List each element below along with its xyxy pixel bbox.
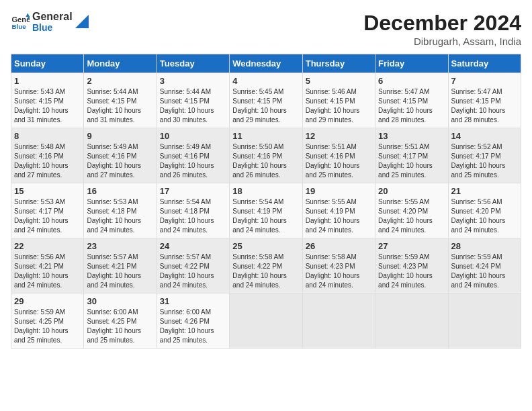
calendar-cell: 19Sunrise: 5:55 AM Sunset: 4:19 PM Dayli… <box>302 183 375 238</box>
col-saturday: Saturday <box>448 54 521 73</box>
calendar-cell: 28Sunrise: 5:59 AM Sunset: 4:24 PM Dayli… <box>448 238 521 293</box>
calendar-cell: 11Sunrise: 5:50 AM Sunset: 4:16 PM Dayli… <box>230 128 302 183</box>
day-info: Sunrise: 5:53 AM Sunset: 4:17 PM Dayligh… <box>14 197 81 235</box>
day-number: 25 <box>232 241 299 251</box>
day-info: Sunrise: 5:53 AM Sunset: 4:18 PM Dayligh… <box>87 197 153 235</box>
col-wednesday: Wednesday <box>230 54 302 73</box>
day-info: Sunrise: 5:57 AM Sunset: 4:22 PM Dayligh… <box>160 253 226 290</box>
calendar-cell: 1Sunrise: 5:43 AM Sunset: 4:15 PM Daylig… <box>11 73 84 128</box>
col-monday: Monday <box>84 54 157 73</box>
day-info: Sunrise: 5:59 AM Sunset: 4:24 PM Dayligh… <box>451 253 518 290</box>
day-number: 8 <box>14 131 81 141</box>
day-info: Sunrise: 5:47 AM Sunset: 4:15 PM Dayligh… <box>378 87 445 125</box>
day-info: Sunrise: 5:54 AM Sunset: 4:18 PM Dayligh… <box>160 197 226 235</box>
day-info: Sunrise: 5:56 AM Sunset: 4:20 PM Dayligh… <box>451 197 518 235</box>
calendar-cell: 20Sunrise: 5:55 AM Sunset: 4:20 PM Dayli… <box>375 183 448 238</box>
day-number: 7 <box>451 76 518 86</box>
col-tuesday: Tuesday <box>157 54 229 73</box>
day-number: 3 <box>160 76 226 86</box>
day-info: Sunrise: 5:48 AM Sunset: 4:16 PM Dayligh… <box>14 142 81 180</box>
svg-marker-4 <box>75 15 89 28</box>
calendar-cell: 2Sunrise: 5:44 AM Sunset: 4:15 PM Daylig… <box>84 73 157 128</box>
calendar: Sunday Monday Tuesday Wednesday Thursday… <box>11 54 521 349</box>
calendar-cell: 6Sunrise: 5:47 AM Sunset: 4:15 PM Daylig… <box>375 73 448 128</box>
calendar-cell: 27Sunrise: 5:59 AM Sunset: 4:23 PM Dayli… <box>375 238 448 293</box>
day-info: Sunrise: 5:50 AM Sunset: 4:16 PM Dayligh… <box>232 142 299 180</box>
calendar-week-row: 8Sunrise: 5:48 AM Sunset: 4:16 PM Daylig… <box>11 128 521 183</box>
logo-arrow-icon <box>75 15 89 28</box>
day-number: 5 <box>306 76 372 86</box>
day-number: 24 <box>160 241 226 251</box>
calendar-cell: 17Sunrise: 5:54 AM Sunset: 4:18 PM Dayli… <box>157 183 229 238</box>
day-info: Sunrise: 5:55 AM Sunset: 4:20 PM Dayligh… <box>378 197 445 235</box>
day-info: Sunrise: 5:58 AM Sunset: 4:22 PM Dayligh… <box>232 253 299 290</box>
day-number: 15 <box>14 186 81 196</box>
logo-text-general: General <box>32 11 73 23</box>
calendar-cell: 15Sunrise: 5:53 AM Sunset: 4:17 PM Dayli… <box>11 183 84 238</box>
calendar-cell: 5Sunrise: 5:46 AM Sunset: 4:15 PM Daylig… <box>302 73 375 128</box>
calendar-cell <box>375 293 448 349</box>
calendar-cell: 10Sunrise: 5:49 AM Sunset: 4:16 PM Dayli… <box>157 128 229 183</box>
day-info: Sunrise: 5:51 AM Sunset: 4:16 PM Dayligh… <box>306 142 372 180</box>
day-number: 21 <box>451 186 518 196</box>
day-number: 27 <box>378 241 445 251</box>
day-number: 12 <box>306 131 372 141</box>
calendar-week-row: 29Sunrise: 5:59 AM Sunset: 4:25 PM Dayli… <box>11 293 521 349</box>
day-number: 23 <box>87 241 153 251</box>
calendar-week-row: 22Sunrise: 5:56 AM Sunset: 4:21 PM Dayli… <box>11 238 521 293</box>
calendar-cell: 29Sunrise: 5:59 AM Sunset: 4:25 PM Dayli… <box>11 293 84 349</box>
calendar-cell: 13Sunrise: 5:51 AM Sunset: 4:17 PM Dayli… <box>375 128 448 183</box>
day-number: 26 <box>306 241 372 251</box>
day-number: 10 <box>160 131 226 141</box>
day-info: Sunrise: 5:54 AM Sunset: 4:19 PM Dayligh… <box>232 197 299 235</box>
day-number: 4 <box>232 76 299 86</box>
day-number: 16 <box>87 186 153 196</box>
day-info: Sunrise: 5:47 AM Sunset: 4:15 PM Dayligh… <box>451 87 518 125</box>
col-sunday: Sunday <box>11 54 84 73</box>
day-info: Sunrise: 5:58 AM Sunset: 4:23 PM Dayligh… <box>306 253 372 290</box>
calendar-cell: 14Sunrise: 5:52 AM Sunset: 4:17 PM Dayli… <box>448 128 521 183</box>
calendar-cell: 9Sunrise: 5:49 AM Sunset: 4:16 PM Daylig… <box>84 128 157 183</box>
calendar-cell <box>230 293 302 349</box>
day-number: 14 <box>451 131 518 141</box>
calendar-cell: 8Sunrise: 5:48 AM Sunset: 4:16 PM Daylig… <box>11 128 84 183</box>
calendar-cell: 25Sunrise: 5:58 AM Sunset: 4:22 PM Dayli… <box>230 238 302 293</box>
logo: General Blue General Blue <box>11 11 89 33</box>
day-number: 28 <box>451 241 518 251</box>
month-title: December 2024 <box>363 11 521 36</box>
day-info: Sunrise: 5:59 AM Sunset: 4:23 PM Dayligh… <box>378 253 445 290</box>
day-info: Sunrise: 5:49 AM Sunset: 4:16 PM Dayligh… <box>87 142 153 180</box>
day-info: Sunrise: 5:45 AM Sunset: 4:15 PM Dayligh… <box>232 87 299 125</box>
calendar-week-row: 1Sunrise: 5:43 AM Sunset: 4:15 PM Daylig… <box>11 73 521 128</box>
calendar-cell: 3Sunrise: 5:44 AM Sunset: 4:15 PM Daylig… <box>157 73 229 128</box>
calendar-header-row: Sunday Monday Tuesday Wednesday Thursday… <box>11 54 521 73</box>
day-info: Sunrise: 5:43 AM Sunset: 4:15 PM Dayligh… <box>14 87 81 125</box>
day-number: 17 <box>160 186 226 196</box>
calendar-cell: 7Sunrise: 5:47 AM Sunset: 4:15 PM Daylig… <box>448 73 521 128</box>
day-info: Sunrise: 6:00 AM Sunset: 4:25 PM Dayligh… <box>87 308 153 345</box>
day-number: 29 <box>14 296 81 306</box>
day-info: Sunrise: 5:52 AM Sunset: 4:17 PM Dayligh… <box>451 142 518 180</box>
calendar-cell: 26Sunrise: 5:58 AM Sunset: 4:23 PM Dayli… <box>302 238 375 293</box>
day-info: Sunrise: 5:57 AM Sunset: 4:21 PM Dayligh… <box>87 253 153 290</box>
calendar-cell: 18Sunrise: 5:54 AM Sunset: 4:19 PM Dayli… <box>230 183 302 238</box>
col-friday: Friday <box>375 54 448 73</box>
logo-icon: General Blue <box>11 12 30 31</box>
day-info: Sunrise: 5:51 AM Sunset: 4:17 PM Dayligh… <box>378 142 445 180</box>
day-number: 30 <box>87 296 153 306</box>
calendar-cell: 23Sunrise: 5:57 AM Sunset: 4:21 PM Dayli… <box>84 238 157 293</box>
calendar-week-row: 15Sunrise: 5:53 AM Sunset: 4:17 PM Dayli… <box>11 183 521 238</box>
day-number: 1 <box>14 76 81 86</box>
day-info: Sunrise: 5:55 AM Sunset: 4:19 PM Dayligh… <box>306 197 372 235</box>
day-number: 31 <box>160 296 226 306</box>
location-title: Dibrugarh, Assam, India <box>363 36 521 47</box>
page-container: General Blue General Blue December 2024 … <box>0 0 532 354</box>
day-info: Sunrise: 5:44 AM Sunset: 4:15 PM Dayligh… <box>160 87 226 125</box>
day-number: 19 <box>306 186 372 196</box>
calendar-cell: 24Sunrise: 5:57 AM Sunset: 4:22 PM Dayli… <box>157 238 229 293</box>
calendar-cell: 30Sunrise: 6:00 AM Sunset: 4:25 PM Dayli… <box>84 293 157 349</box>
day-number: 9 <box>87 131 153 141</box>
day-number: 22 <box>14 241 81 251</box>
day-info: Sunrise: 6:00 AM Sunset: 4:26 PM Dayligh… <box>160 308 226 345</box>
calendar-cell <box>302 293 375 349</box>
